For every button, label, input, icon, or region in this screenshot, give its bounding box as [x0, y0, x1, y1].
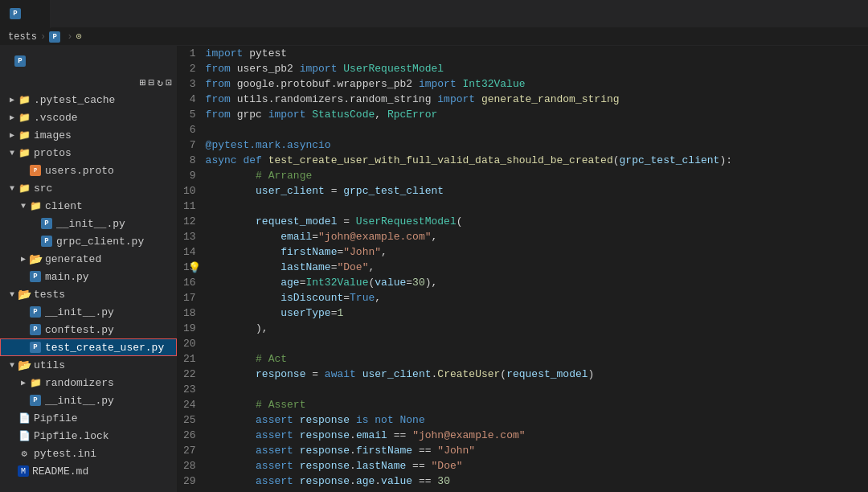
sidebar-item-randomizers[interactable]: ▶📁randomizers — [0, 374, 177, 392]
code-token: 30 — [437, 475, 450, 487]
new-file-icon[interactable]: ⊞ — [140, 76, 146, 89]
code-token: = — [406, 277, 412, 289]
code-token: response — [300, 414, 350, 426]
sidebar-item-src[interactable]: ▼📁src — [0, 179, 177, 197]
sidebar-item-pytest_ini[interactable]: ⚙pytest.ini — [0, 445, 177, 462]
sidebar-item-protos[interactable]: ▼📁protos — [0, 144, 177, 162]
breadcrumb-function[interactable]: ⊙ — [76, 31, 84, 43]
code-token: lastName — [280, 261, 330, 273]
code-lines[interactable]: import pytestfrom users_pb2 import UserR… — [206, 46, 868, 492]
line-number-17: 17 — [183, 290, 196, 305]
new-folder-icon[interactable]: ⊟ — [149, 76, 155, 89]
breadcrumb-tests[interactable]: tests — [8, 31, 37, 43]
line-number-10: 10 — [183, 183, 196, 199]
code-line-21: # Act — [206, 351, 852, 367]
py-icon: P — [29, 341, 42, 354]
code-token: assert — [256, 429, 293, 441]
arrow-icon: ▼ — [6, 290, 18, 299]
code-token — [293, 475, 300, 487]
code-line-7: @pytest.mark.asyncio — [206, 137, 852, 153]
folder-icon: 📁 — [18, 93, 31, 106]
code-token — [206, 429, 256, 441]
code-token: 30 — [412, 277, 425, 289]
main-layout: P ⊞ ⊟ ↻ ⊡ ▶📁.pytest_cache▶📁.vscode▶📁imag… — [0, 46, 868, 492]
sidebar-item-test_create_user[interactable]: Ptest_create_user.py — [0, 338, 177, 356]
sidebar-item-init_client[interactable]: P__init__.py — [0, 215, 177, 232]
code-token — [206, 307, 281, 319]
line-number-8: 8 — [183, 153, 196, 168]
code-token: async — [206, 154, 237, 166]
code-token: StatusCode — [312, 109, 375, 121]
code-token: "John" — [437, 445, 475, 457]
sidebar-item-utils[interactable]: ▼📂utils — [0, 356, 177, 374]
active-tab[interactable]: P — [0, 0, 51, 28]
sidebar-item-images[interactable]: ▶📁images — [0, 126, 177, 144]
code-line-30: assert response.isDiscount is True — [206, 489, 852, 492]
code-token: == — [412, 445, 437, 457]
collapse-icon[interactable]: ⊡ — [166, 76, 172, 89]
line-number-18: 18 — [183, 305, 196, 321]
code-token: generate_random_string — [481, 93, 620, 105]
code-token: = — [312, 231, 318, 243]
editor-area: 1234567891011121314151617181920212223242… — [177, 46, 868, 492]
code-token: # Assert — [256, 399, 305, 411]
item-label: __init__.py — [45, 395, 114, 407]
code-token: ( — [457, 215, 463, 228]
item-label: grpc_client.py — [56, 236, 144, 248]
lightbulb-icon[interactable]: 💡 — [188, 260, 201, 276]
sidebar-item-pipfile_lock[interactable]: 📄Pipfile.lock — [0, 427, 177, 445]
item-label: test_create_user.py — [45, 342, 164, 354]
code-token: response — [256, 368, 305, 380]
code-line-16: age=Int32Value(value=30), — [206, 275, 852, 290]
sidebar-item-pytest_cache[interactable]: ▶📁.pytest_cache — [0, 91, 177, 109]
sidebar-item-init_tests[interactable]: P__init__.py — [0, 303, 177, 321]
code-token: grpc — [231, 109, 268, 121]
line-number-6: 6 — [183, 122, 196, 137]
code-token: . — [350, 445, 356, 457]
sidebar-item-generated[interactable]: ▶📂generated — [0, 250, 177, 268]
code-line-6 — [206, 122, 852, 137]
sidebar-item-conftest[interactable]: Pconftest.py — [0, 321, 177, 338]
refresh-icon[interactable]: ↻ — [157, 76, 163, 89]
sidebar-item-pipfile[interactable]: 📄Pipfile — [0, 409, 177, 427]
code-token: utils.randomizers.random_string — [231, 93, 437, 105]
sidebar-item-tests[interactable]: ▼📂tests — [0, 285, 177, 303]
code-line-24: # Assert — [206, 397, 852, 412]
code-token: "Doe" — [337, 261, 368, 273]
arrow-icon: ▶ — [6, 113, 18, 122]
code-line-1: import pytest — [206, 46, 852, 61]
code-token: @pytest.mark.asyncio — [206, 139, 331, 151]
folder-icon: 📁 — [18, 182, 31, 195]
sidebar-item-vscode[interactable]: ▶📁.vscode — [0, 109, 177, 126]
sidebar-item-readme[interactable]: MREADME.md — [0, 462, 177, 480]
sidebar-item-client[interactable]: ▼📁client — [0, 197, 177, 215]
breadcrumb-file[interactable]: P — [49, 31, 63, 43]
code-token — [206, 353, 256, 365]
open-editor-item[interactable]: P — [0, 52, 177, 70]
file-icon: 📄 — [18, 412, 31, 424]
sidebar-item-grpc_client[interactable]: Pgrpc_client.py — [0, 232, 177, 250]
code-token: isDiscount — [280, 292, 343, 304]
code-token: email — [280, 231, 312, 243]
code-token: grpc_test_client — [343, 185, 444, 197]
code-token: import — [206, 47, 244, 59]
code-token: from — [206, 78, 231, 90]
code-token — [262, 154, 268, 166]
code-token — [206, 261, 281, 273]
sidebar-item-init_utils[interactable]: P__init__.py — [0, 392, 177, 409]
py-icon: P — [40, 235, 53, 248]
line-number-21: 21 — [183, 351, 196, 367]
line-number-28: 28 — [183, 458, 196, 474]
code-token — [206, 215, 256, 228]
sidebar-item-users_proto[interactable]: Pusers.proto — [0, 162, 177, 179]
code-token — [350, 414, 356, 426]
sidebar-item-main[interactable]: Pmain.py — [0, 268, 177, 285]
item-label: README.md — [32, 465, 88, 478]
file-icon: 📄 — [18, 429, 31, 442]
code-line-3: from google.protobuf.wrappers_pb2 import… — [206, 76, 852, 92]
line-number-5: 5 — [183, 107, 196, 122]
code-token: , — [375, 109, 387, 121]
breadcrumb: tests › P › ⊙ — [0, 28, 868, 46]
code-container[interactable]: 1234567891011121314151617181920212223242… — [177, 46, 868, 492]
line-number-20: 20 — [183, 336, 196, 351]
